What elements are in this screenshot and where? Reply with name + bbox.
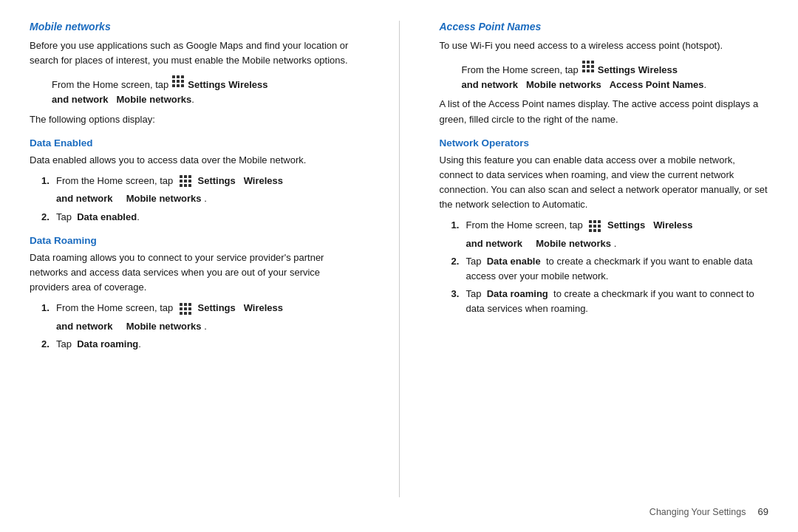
svg-rect-0 (172, 75, 175, 78)
content-columns: Mobile networks Before you use applicati… (30, 21, 768, 497)
grid-icon-3 (178, 301, 193, 316)
from-home-row2: and network Mobile networks . (52, 92, 359, 107)
svg-rect-30 (582, 65, 585, 68)
apn-note: A list of the Access Point names display… (440, 97, 769, 126)
apn-wireless-label: Wireless (638, 63, 678, 78)
no-data-roaming: Data roaming (487, 288, 548, 299)
apn-intro: To use Wi-Fi you need access to a wirele… (440, 38, 769, 53)
mobile-networks-label-1: Mobile networks (116, 92, 191, 107)
svg-rect-20 (188, 303, 191, 306)
data-roaming-heading: Data Roaming (30, 235, 359, 246)
svg-rect-7 (177, 84, 180, 87)
page-footer: Changing Your Settings 69 (30, 497, 768, 517)
dr-step1a: From the Home screen, tap (56, 302, 173, 313)
no-step2: 2. Tap Data enable to create a checkmark… (451, 254, 769, 284)
svg-rect-37 (593, 220, 596, 223)
dr-data-roaming: Data roaming (77, 338, 138, 349)
data-enabled-steps: 1. From the Home screen, tap (41, 174, 359, 225)
de-step1a: From the Home screen, tap (56, 175, 173, 186)
apn-mobile-networks: Mobile networks (526, 78, 601, 92)
right-column: Access Point Names To use Wi-Fi you need… (432, 21, 769, 497)
svg-rect-17 (188, 184, 191, 187)
svg-rect-11 (188, 175, 191, 178)
svg-rect-28 (587, 61, 590, 64)
svg-rect-31 (587, 65, 590, 68)
apn-settings-label: Settings (598, 63, 635, 78)
svg-rect-9 (180, 175, 183, 178)
svg-rect-14 (188, 180, 191, 183)
grid-icon-4 (581, 59, 596, 74)
svg-rect-4 (177, 80, 180, 83)
apn-access-point-names: Access Point Names (610, 78, 704, 92)
no-step1d: and network (466, 238, 523, 249)
from-home-row: From the Home screen, tap (52, 74, 359, 92)
svg-rect-39 (589, 225, 592, 228)
svg-rect-33 (582, 69, 585, 72)
no-data-enable: Data enable (487, 256, 541, 267)
network-operators-intro: Using this feature you can enable data a… (440, 153, 769, 213)
grid-icon-5 (587, 219, 602, 233)
svg-rect-16 (184, 184, 187, 187)
de-step1: 1. From the Home screen, tap (41, 174, 359, 189)
apn-step1a: From the Home screen, tap (462, 63, 579, 78)
dr-step1-line2: and network Mobile networks . (56, 319, 359, 334)
dr-step1c: Wireless (244, 302, 283, 313)
svg-rect-2 (181, 75, 184, 78)
svg-rect-10 (184, 175, 187, 178)
from-home-text1: From the Home screen, tap (52, 78, 168, 92)
no-step3: 3. Tap Data roaming to create a checkmar… (451, 287, 769, 316)
svg-rect-24 (180, 312, 183, 315)
footer-label: Changing Your Settings (649, 507, 746, 517)
svg-rect-40 (593, 225, 596, 228)
svg-rect-8 (181, 84, 184, 87)
de-step1-line2: and network Mobile networks . (56, 191, 359, 206)
data-enabled-intro: Data enabled allows you to access data o… (30, 153, 359, 168)
no-step1-line2: and network Mobile networks . (466, 236, 769, 251)
from-home-block: From the Home screen, tap (52, 74, 359, 107)
svg-rect-35 (591, 69, 594, 72)
svg-rect-43 (593, 229, 596, 232)
access-point-names-heading: Access Point Names (440, 21, 769, 33)
svg-rect-12 (180, 180, 183, 183)
de-step1b: Settings (197, 175, 235, 186)
svg-rect-18 (180, 303, 183, 306)
svg-rect-23 (188, 307, 191, 310)
no-tap2: Tap (466, 256, 482, 267)
de-step1d: and network (56, 193, 113, 204)
data-roaming-steps: 1. From the Home screen, tap (41, 301, 359, 352)
no-step1: 1. From the Home screen, tap (451, 218, 769, 233)
svg-rect-13 (184, 180, 187, 183)
no-step1e: Mobile networks (536, 238, 611, 249)
svg-rect-36 (589, 220, 592, 223)
svg-rect-3 (172, 80, 175, 83)
de-tap: Tap (56, 211, 72, 222)
wireless-label-1: Wireless (228, 78, 267, 92)
left-column: Mobile networks Before you use applicati… (30, 21, 366, 497)
data-enabled-heading: Data Enabled (30, 137, 359, 149)
de-step2: 2. Tap Data enabled. (41, 210, 359, 225)
dr-step1d: and network (56, 321, 113, 332)
svg-rect-34 (587, 69, 590, 72)
dr-step1e: Mobile networks (126, 321, 202, 332)
column-divider (399, 21, 400, 497)
svg-rect-6 (172, 84, 175, 87)
svg-rect-19 (184, 303, 187, 306)
de-step1e: Mobile networks (126, 193, 202, 204)
dr-tap: Tap (56, 338, 72, 349)
network-operators-heading: Network Operators (440, 137, 769, 149)
page-container: Mobile networks Before you use applicati… (0, 0, 798, 532)
mobile-networks-intro: Before you use applications such as Goog… (30, 38, 359, 68)
and-network-label-1: and network (52, 92, 109, 107)
de-step1c: Wireless (244, 175, 283, 186)
svg-rect-29 (591, 61, 594, 64)
following-options: The following options display: (30, 112, 359, 127)
grid-icon-2 (178, 174, 193, 188)
apn-from-home-block: From the Home screen, tap (462, 59, 769, 92)
svg-rect-22 (184, 307, 187, 310)
svg-rect-38 (598, 220, 601, 223)
apn-from-home-row2: and network Mobile networks Access Point… (462, 78, 769, 92)
no-step1a: From the Home screen, tap (466, 219, 583, 231)
svg-rect-25 (184, 312, 187, 315)
svg-rect-42 (589, 229, 592, 232)
network-operators-steps: 1. From the Home screen, tap (451, 218, 769, 316)
